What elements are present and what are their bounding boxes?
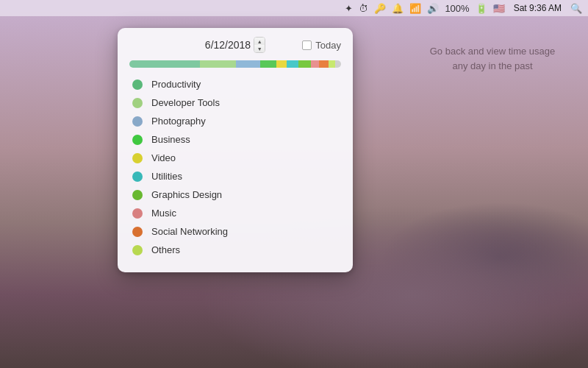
- time-usage-bar: [129, 60, 341, 68]
- progress-segment: [298, 60, 310, 68]
- category-dot: [132, 227, 143, 237]
- today-toggle[interactable]: Today: [302, 40, 341, 51]
- search-icon[interactable]: 🔍: [570, 3, 582, 14]
- progress-segment: [287, 60, 298, 68]
- progress-segment: [129, 60, 200, 68]
- volume-icon[interactable]: 🔊: [427, 3, 439, 14]
- category-dot: [132, 116, 143, 127]
- category-item[interactable]: Productivity: [118, 75, 353, 93]
- menu-bar: ✦ ⏱ 🔑 🔔 📶 🔊 100% 🔋 🇺🇸 Sat 9:36 AM 🔍: [0, 0, 588, 16]
- menu-time: Sat 9:36 AM: [514, 3, 562, 13]
- progress-segment: [276, 60, 287, 68]
- notification-icon[interactable]: 🔔: [392, 3, 404, 14]
- category-label: Productivity: [151, 79, 201, 90]
- category-label: Photography: [151, 116, 206, 127]
- 1password-icon[interactable]: 🔑: [374, 3, 386, 14]
- date-control: 6/12/2018 ▲ ▼: [205, 37, 265, 53]
- category-dot: [132, 208, 143, 219]
- category-dot: [132, 190, 143, 200]
- timer-icon[interactable]: ⏱: [359, 3, 368, 14]
- desktop-hint: Go back and view time usage any day in t…: [419, 44, 566, 73]
- time-usage-popover: 6/12/2018 ▲ ▼ Today ProductivityDevelope…: [118, 28, 353, 272]
- progress-segment: [311, 60, 319, 68]
- popover-header: 6/12/2018 ▲ ▼ Today: [118, 28, 353, 60]
- category-list: ProductivityDeveloper ToolsPhotographyBu…: [118, 71, 353, 263]
- category-label: Graphics Design: [151, 189, 222, 200]
- progress-segment: [319, 60, 329, 68]
- date-stepper-down[interactable]: ▼: [254, 45, 265, 52]
- category-item[interactable]: Others: [118, 241, 353, 259]
- date-stepper[interactable]: ▲ ▼: [254, 37, 265, 53]
- category-label: Social Networking: [151, 226, 228, 237]
- progress-segment: [335, 60, 341, 68]
- progress-segment: [236, 60, 260, 68]
- menu-bar-icons: ✦ ⏱ 🔑 🔔 📶 🔊 100% 🔋 🇺🇸: [345, 3, 504, 14]
- category-item[interactable]: Social Networking: [118, 222, 353, 241]
- category-dot: [132, 98, 143, 108]
- category-dot: [132, 135, 143, 145]
- progress-segment: [260, 60, 276, 68]
- battery-label: 100%: [445, 3, 469, 14]
- category-label: Video: [151, 152, 176, 163]
- category-item[interactable]: Music: [118, 204, 353, 222]
- battery-icon[interactable]: 🔋: [476, 3, 487, 14]
- category-item[interactable]: Business: [118, 130, 353, 149]
- category-dot: [132, 153, 143, 163]
- today-label: Today: [315, 40, 341, 51]
- category-label: Utilities: [151, 171, 182, 182]
- wifi-icon[interactable]: 📶: [409, 3, 421, 14]
- progress-segment: [329, 60, 334, 68]
- category-label: Business: [151, 134, 190, 145]
- flag-icon[interactable]: 🇺🇸: [493, 3, 505, 14]
- date-label: 6/12/2018: [205, 39, 251, 51]
- category-dot: [132, 79, 143, 90]
- category-label: Developer Tools: [151, 97, 220, 108]
- progress-segment: [200, 60, 236, 68]
- category-label: Music: [151, 208, 176, 219]
- category-item[interactable]: Graphics Design: [118, 185, 353, 204]
- category-item[interactable]: Photography: [118, 112, 353, 130]
- dropbox-icon[interactable]: ✦: [345, 3, 353, 14]
- category-item[interactable]: Utilities: [118, 167, 353, 185]
- category-dot: [132, 171, 143, 182]
- category-dot: [132, 245, 143, 255]
- category-item[interactable]: Developer Tools: [118, 93, 353, 112]
- today-checkbox[interactable]: [302, 40, 312, 50]
- date-stepper-up[interactable]: ▲: [254, 38, 265, 45]
- category-item[interactable]: Video: [118, 149, 353, 167]
- category-label: Others: [151, 244, 180, 255]
